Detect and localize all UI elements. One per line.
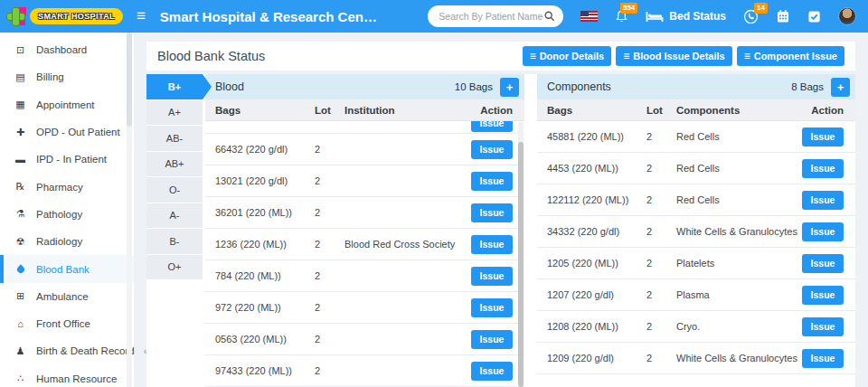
sidebar-item-opd-out-patient[interactable]: ✚OPD - Out Patient xyxy=(0,118,134,146)
components-panel-heading: Components 8 Bags + xyxy=(537,74,855,99)
sidebar-item-birth-death-record[interactable]: ♟Birth & Death Record‹ xyxy=(0,337,134,364)
issue-button[interactable]: Issue xyxy=(471,235,513,254)
lot-cell: 2 xyxy=(315,302,344,313)
components-table-body: 45881 (220 (ML))2Red CellsIssue4453 (220… xyxy=(537,121,855,374)
action-column-header: Action xyxy=(459,105,513,116)
bag-id-cell: 1208 (220 (ML)) xyxy=(537,321,646,332)
action-cell: Issue xyxy=(790,317,844,336)
blood-table-scrollbar[interactable] xyxy=(518,122,524,387)
action-cell: Issue xyxy=(459,203,513,222)
action-cell: Issue xyxy=(459,172,513,191)
issue-button[interactable]: Issue xyxy=(802,159,844,178)
sidebar-item-human-resource[interactable]: ∴Human Resource xyxy=(0,365,134,387)
action-cell: Issue xyxy=(459,298,513,317)
issue-button[interactable]: Issue xyxy=(471,121,513,132)
issue-button[interactable]: Issue xyxy=(802,286,844,305)
app-title: Smart Hospital & Research Cen… xyxy=(160,9,377,24)
sidebar-item-label: Pharmacy xyxy=(36,182,83,193)
issue-button[interactable]: Issue xyxy=(471,362,513,381)
tasks-button[interactable] xyxy=(807,10,821,24)
issue-button[interactable]: Issue xyxy=(471,298,513,317)
hamburger-menu-icon[interactable]: ≡ xyxy=(137,7,146,25)
sidebar-item-label: Ambulance xyxy=(36,291,89,302)
issue-button[interactable]: Issue xyxy=(802,317,844,336)
lot-cell: 2 xyxy=(315,334,344,345)
blood-table-scrollbar-thumb[interactable] xyxy=(518,142,524,387)
issue-button[interactable]: Issue xyxy=(802,127,844,146)
us-flag-icon[interactable] xyxy=(580,11,598,22)
search-icon[interactable] xyxy=(543,10,556,23)
components-column-header: Components xyxy=(676,105,790,116)
add-component-bag-button[interactable]: + xyxy=(831,78,850,97)
components-bags-count: 8 Bags xyxy=(791,81,824,92)
blood-group-tab-o-positive[interactable]: O+ xyxy=(146,255,203,281)
user-avatar[interactable] xyxy=(838,7,856,25)
action-cell: Issue xyxy=(459,362,513,381)
lot-cell: 2 xyxy=(646,258,676,269)
table-row: 97433 (220 (ML))2Issue xyxy=(205,355,524,387)
blood-group-tab-o-negative[interactable]: O- xyxy=(146,177,203,203)
blood-group-tab-ab-negative[interactable]: AB- xyxy=(146,126,203,152)
notifications-button[interactable]: 554 xyxy=(615,9,628,24)
sidebar-item-billing[interactable]: ▤Billing xyxy=(0,63,134,90)
notification-badge: 554 xyxy=(620,3,637,14)
blood-group-tabs: B+A+AB-AB+O-A-B-O+ xyxy=(146,74,203,280)
sidebar-item-ambulance[interactable]: ⊞Ambulance xyxy=(0,283,134,310)
ipd-icon: ▬ xyxy=(14,155,27,165)
sidebar-item-pharmacy[interactable]: ℞Pharmacy xyxy=(0,173,134,200)
blood-table-body: Issue 66432 (220 g/dl)2Issue13021 (220 g… xyxy=(205,121,524,387)
lot-cell: 2 xyxy=(315,270,344,281)
sidebar-item-front-office[interactable]: ⌂Front Office xyxy=(0,310,134,337)
issue-button[interactable]: Issue xyxy=(471,203,513,222)
sidebar-item-label: Billing xyxy=(36,71,64,82)
component-issue-button[interactable]: ≡ Component Issue xyxy=(737,46,844,66)
issue-button[interactable]: Issue xyxy=(802,191,844,210)
bed-status-button[interactable]: Bed Status xyxy=(646,10,726,23)
blood-group-tab-b-negative[interactable]: B- xyxy=(146,229,203,255)
action-column-header: Action xyxy=(790,105,844,116)
messages-button[interactable]: 14 xyxy=(743,9,759,24)
sidebar-item-radiology[interactable]: ☢Radiology xyxy=(0,228,134,255)
search-input[interactable] xyxy=(439,6,545,26)
sidebar-item-blood-bank[interactable]: Blood Bank xyxy=(0,255,134,282)
blood-group-tab-a-positive[interactable]: A+ xyxy=(146,100,203,127)
table-row: 13021 (220 g/dl)2Issue xyxy=(205,165,524,197)
issue-button[interactable]: Issue xyxy=(471,330,513,349)
calendar-button[interactable] xyxy=(776,9,790,24)
sidebar-item-pathology[interactable]: ⚗Pathology xyxy=(0,201,134,228)
patient-search[interactable] xyxy=(428,5,563,27)
sidebar-item-appointment[interactable]: ▦Appointment xyxy=(0,91,134,118)
blood-group-tab-a-negative[interactable]: A- xyxy=(146,203,203,230)
blood-group-tab-b-positive[interactable]: B+ xyxy=(146,74,203,100)
issue-button[interactable]: Issue xyxy=(802,349,844,368)
lot-cell: 2 xyxy=(646,353,676,363)
pharmacy-icon: ℞ xyxy=(14,182,27,192)
bag-id-cell: 1236 (220 (ML)) xyxy=(205,239,315,250)
bag-id-cell: 34332 (220 g/dl) xyxy=(537,226,646,237)
component-cell: Cryo. xyxy=(676,321,790,332)
app-logo[interactable]: SMART HOSPITAL xyxy=(6,6,123,27)
birth-death-record-icon: ♟ xyxy=(14,346,27,356)
lot-column-header: Lot xyxy=(646,105,676,116)
blood-issue-details-button[interactable]: ≡ Blood Issue Details xyxy=(616,46,732,66)
issue-button[interactable]: Issue xyxy=(471,140,513,159)
issue-button[interactable]: Issue xyxy=(471,267,513,286)
blood-group-tab-ab-positive[interactable]: AB+ xyxy=(146,152,203,178)
logo-text: SMART HOSPITAL xyxy=(30,8,123,24)
issue-button[interactable]: Issue xyxy=(471,172,513,191)
sidebar-scrollbar[interactable] xyxy=(127,33,132,387)
sidebar: ⊡Dashboard▤Billing▦Appointment✚OPD - Out… xyxy=(0,33,134,387)
sidebar-scrollbar-thumb[interactable] xyxy=(127,33,132,127)
table-row: 0563 (220 (ML))2Issue xyxy=(205,324,524,355)
component-issue-label: Component Issue xyxy=(754,51,837,61)
table-row: 1209 (220 g/dl)2White Cells & Granulocyt… xyxy=(537,343,855,374)
blood-bags-count: 10 Bags xyxy=(455,81,493,92)
sidebar-item-label: Radiology xyxy=(36,236,82,247)
issue-button[interactable]: Issue xyxy=(802,254,844,273)
sidebar-item-ipd-in-patient[interactable]: ▬IPD - In Patient xyxy=(0,146,134,173)
sidebar-item-dashboard[interactable]: ⊡Dashboard xyxy=(0,36,134,63)
message-badge: 14 xyxy=(754,3,768,14)
issue-button[interactable]: Issue xyxy=(802,222,844,241)
add-blood-bag-button[interactable]: + xyxy=(500,78,519,97)
donor-details-button[interactable]: ≡ Donor Details xyxy=(523,46,612,66)
